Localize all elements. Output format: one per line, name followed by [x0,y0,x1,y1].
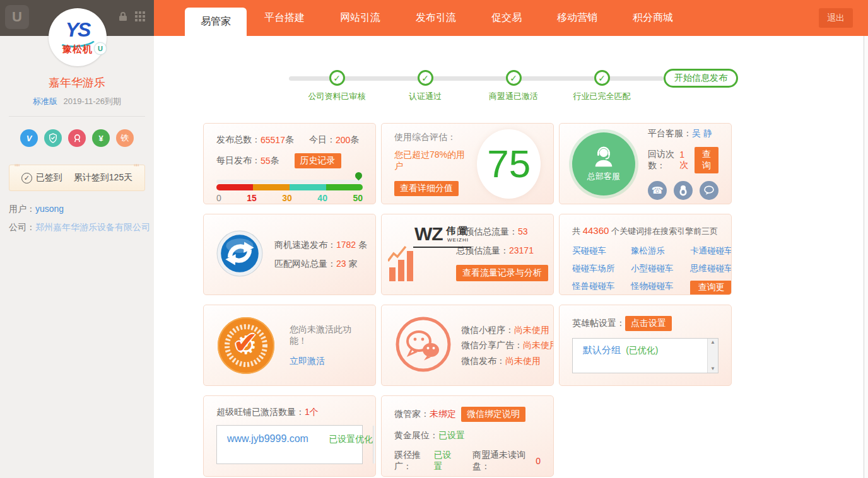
listbox-scrollbar[interactable]: ▲ ▼ [373,426,376,463]
shop-count: 1个 [305,407,319,418]
logo-sub-text: 豫松机 [62,44,93,54]
headset-person-icon [592,145,616,171]
keyword-link[interactable]: 怪物碰碰车 [631,281,685,295]
eval-label: 使用综合评估： [394,132,472,143]
activate-now-link[interactable]: 立即激活 [290,356,325,367]
page-scrollbar[interactable] [864,36,868,478]
signin-status: 已签到 [36,172,62,184]
sidebar: U YS 豫松机 U 嘉年华游乐 标准版 2019-11-26到期 V ¥ [0,0,154,478]
gauge-tick: 15 [247,193,257,203]
biz-line2-label: 匹配网站总量： [274,259,336,269]
sidebar-header-icons [119,11,145,24]
sidebar-divider [9,116,145,117]
tab-yiguanjia[interactable]: 易管家 [185,8,247,36]
company-row: 公司：郑州嘉年华游乐设备有限公司 [9,222,154,233]
logo-u-badge: U [94,42,107,55]
activation-card: ⚙ ✔ 您尚未激活此功能！ 立即激活 [203,305,376,386]
traffic-daily-value: 53 [518,226,528,236]
tab-pingtaidajian[interactable]: 平台搭建 [247,0,322,36]
total-label: 发布总数： [216,134,261,146]
user-label: 用户： [9,204,35,214]
gauge-tick: 40 [317,193,327,203]
medal-badge-icon[interactable] [68,129,86,147]
signin-card[interactable]: ✓ 已签到 累计签到125天 [9,165,145,191]
path-label: 蹊径推广： [394,450,434,472]
keyword-link[interactable]: 卡通碰碰车 [690,245,732,257]
step-label: 商盟通已激活 [489,91,538,102]
step-check-icon: ✓ [418,70,433,86]
user-name-link[interactable]: yusong [35,204,64,214]
score-detail-button[interactable]: 查看详细分值 [394,181,459,196]
company-name-link[interactable]: 郑州嘉年华游乐设备有限公司 [35,222,150,232]
start-publish-button[interactable]: 开始信息发布 [664,69,738,88]
traffic-card: WZ 伟 置 WEIZHI 日预估总流量：53 总预估流量：23171 查看流量… [381,214,554,295]
biz-express-card: 商机速递发布：1782 条 匹配网站总量：23 家 [203,214,376,295]
publish-stats-card: 发布总数：65517条 今日：200条 每日发布：55条 历史记录 0 15 3… [203,123,376,204]
tie-badge-icon[interactable]: 铁 [116,129,134,147]
plan-row: 标准版 2019-11-26到期 [0,96,154,107]
gauge-tick: 30 [282,193,292,203]
wz-logo-text: WZ [414,223,443,245]
member-badges: V ¥ 铁 [0,129,154,147]
dashboard-grid: 发布总数：65517条 今日：200条 每日发布：55条 历史记录 0 15 3… [203,123,868,477]
tab-fabuyinliu[interactable]: 发布引流 [398,0,474,36]
hero-group-listbox: 默认分组 (已优化) ▲ ▼ [572,338,718,373]
path-status: 已设置 [434,450,458,472]
wx-row-value: 尚未使用 [514,325,549,335]
keyword-link[interactable]: 豫松游乐 [631,245,685,257]
agent-name-link[interactable]: 吴 静 [692,128,712,139]
chat-bubble-icon[interactable] [700,181,718,200]
today-unit: 条 [350,134,359,146]
grid-menu-icon[interactable] [135,11,145,24]
tab-wangzhanyinliu[interactable]: 网站引流 [322,0,398,36]
history-button[interactable]: 历史记录 [295,153,341,168]
shield-badge-icon[interactable] [44,129,62,147]
keyword-link[interactable]: 买碰碰车 [572,245,626,257]
vip-badge-icon[interactable]: V [20,129,38,147]
keyword-link[interactable]: 碰碰车场所 [572,263,626,274]
plan-expiry: 2019-11-26到期 [64,96,122,106]
gauge-bar [216,184,363,190]
query-more-button[interactable]: 查询更多 [690,281,732,295]
shop-site-listbox: www.jyb9999.com 已设置优化 ▲ ▼ [216,425,363,464]
site-link[interactable]: www.jyb9999.com [227,433,308,444]
wz-logo-cn: 伟 置 [446,225,467,237]
phone-icon[interactable]: ☎ [648,181,667,200]
click-setup-button[interactable]: 点击设置 [625,316,672,331]
u-logo-icon[interactable]: U [5,5,29,29]
keyword-link[interactable]: 思维碰碰车 [690,263,732,274]
keyword-link[interactable]: 怪兽碰碰车 [572,281,626,295]
logout-button[interactable]: 退出 [819,8,853,28]
tab-jifenshangcheng[interactable]: 积分商城 [615,0,691,36]
kw-suffix: 个关键词排在搜索引擎前三页 [609,226,718,236]
group-item-status: (已优化) [626,345,658,355]
gauge-track [216,180,363,184]
plan-tag[interactable]: 标准版 [33,96,57,106]
keyword-link[interactable]: 小型碰碰车 [631,263,685,274]
step-check-icon: ✓ [329,70,345,86]
biz-line1-unit-text: 条 [358,240,367,250]
user-row: 用户：yusong [9,204,154,215]
gauge-pin-icon [354,171,364,181]
agent-label: 平台客服： [648,128,692,139]
daily-label: 每日发布： [216,155,261,166]
scroll-up-icon[interactable]: ▲ [710,340,715,345]
tab-yidongyingxiao[interactable]: 移动营销 [539,0,615,36]
lock-icon[interactable] [119,11,127,24]
query-button[interactable]: 查询 [695,147,718,173]
wechat-bind-help-button[interactable]: 微信绑定说明 [461,407,525,422]
super-shop-card: 超级旺铺已激活数量： 1个 www.jyb9999.com 已设置优化 ▲ ▼ [203,395,376,477]
tab-cujiaoyi[interactable]: 促交易 [474,0,539,36]
listbox-scrollbar[interactable]: ▲ ▼ [707,339,718,373]
kw-prefix: 共 [572,226,583,236]
step-check-icon: ✓ [506,70,522,86]
score-card: 使用综合评估： 您已超过78%的用户 查看详细分值 75 [381,123,554,204]
yuan-badge-icon[interactable]: ¥ [92,129,110,147]
qq-icon[interactable] [674,181,693,200]
visits-value: 1次 [679,149,689,171]
wx-row-label: 微信发布： [461,356,505,366]
traffic-analysis-button[interactable]: 查看流量记录与分析 [456,265,548,281]
scroll-down-icon[interactable]: ▼ [710,366,715,371]
wechat-manager-card: 微管家： 未绑定 微信绑定说明 黄金展位： 已设置 蹊径推广： 已设置 商盟通未… [381,395,554,477]
group-item-link[interactable]: 默认分组 [583,344,621,355]
